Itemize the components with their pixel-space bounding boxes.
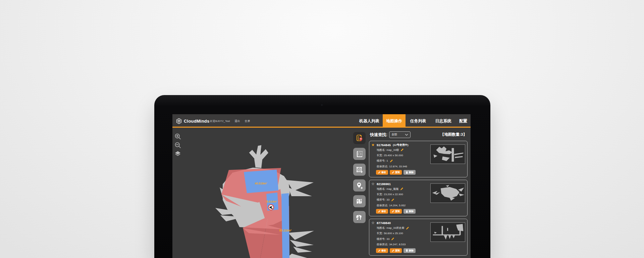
map-thumbnail bbox=[430, 222, 465, 242]
map-size-label: 长宽: bbox=[377, 154, 383, 157]
brand: CloudMinds bbox=[176, 114, 209, 128]
favorite-star-icon[interactable]: ☆ bbox=[371, 221, 375, 225]
delete-map-button[interactable]: 删除 bbox=[404, 170, 416, 175]
floor-label: 楼层号: bbox=[377, 159, 385, 163]
edit-name-pencil-icon[interactable] bbox=[400, 187, 404, 190]
area-label-2: 8.614m² bbox=[266, 200, 277, 203]
edit-name-pencil-icon[interactable] bbox=[406, 226, 409, 230]
logout-link[interactable]: 退出 bbox=[235, 119, 240, 123]
robot-position-marker[interactable] bbox=[268, 205, 274, 210]
map-name-value: map_腿腿 bbox=[386, 187, 398, 191]
map-size-value: 23.200 x 22.900 bbox=[384, 193, 403, 196]
webcam-dot bbox=[321, 104, 323, 106]
map-list-panel: 快速查找: 全部 【地图数量:3】 ★ 51764845 (12号使用中) bbox=[369, 114, 470, 258]
map-card-list: ★ 51764845 (12号使用中) 地图名:map_33楼 长宽:25.40… bbox=[369, 141, 468, 256]
map-thumbnail bbox=[430, 183, 465, 203]
map-name-label: 地图名: bbox=[377, 187, 385, 191]
area-label-3: 80.215m² bbox=[279, 229, 292, 232]
copy-map-button[interactable]: 复制 bbox=[390, 248, 402, 253]
map-id: 51764845 bbox=[377, 143, 391, 147]
map-size-value: 25.400 x 50.000 bbox=[384, 154, 403, 157]
edit-map-button[interactable]: 修改 bbox=[376, 248, 388, 253]
task-list-tool-button[interactable] bbox=[353, 132, 366, 144]
edit-map-button[interactable]: 修改 bbox=[376, 209, 388, 214]
delete-map-tool-button[interactable] bbox=[353, 195, 366, 207]
fullscreen-link[interactable]: 全屏 bbox=[245, 119, 250, 123]
laptop-frame: CloudMinds 欢迎BJDT2_Test 退出 全屏 机器人列表 地图操作… bbox=[154, 95, 490, 258]
filter-dropdown[interactable]: 全部 bbox=[389, 131, 411, 138]
edit-name-pencil-icon[interactable] bbox=[400, 148, 404, 152]
filter-dropdown-value: 全部 bbox=[391, 133, 397, 137]
origin-value: 34.247, 8.533 bbox=[389, 243, 406, 246]
map-card: ★ 51764845 (12号使用中) 地图名:map_33楼 长宽:25.40… bbox=[369, 141, 468, 177]
floor-label: 楼层号: bbox=[377, 237, 385, 241]
add-location-tool-button[interactable] bbox=[353, 179, 366, 191]
map-name-value: map_33层走廊 bbox=[386, 226, 404, 230]
floor-value: 33 bbox=[386, 238, 389, 241]
cloudminds-logo-icon bbox=[176, 118, 182, 124]
map-name-value: map_33楼 bbox=[386, 148, 399, 152]
map-size-label: 长宽: bbox=[377, 231, 383, 235]
in-use-badge: (12号使用中) bbox=[393, 143, 408, 147]
copy-map-button[interactable]: 复制 bbox=[390, 209, 402, 214]
map-frame-tool-button[interactable] bbox=[353, 148, 366, 160]
map-card: ☆ 82186961 地图名:map_腿腿 长宽:23.200 x 22.900… bbox=[369, 180, 468, 216]
edit-floor-pencil-icon[interactable] bbox=[391, 198, 394, 202]
origin-label: 坐标原点: bbox=[377, 204, 388, 207]
edit-floor-pencil-icon[interactable] bbox=[391, 237, 394, 241]
zoom-in-icon[interactable] bbox=[174, 133, 181, 140]
origin-value: 12.874, 33.946 bbox=[389, 165, 407, 168]
map-tool-column bbox=[353, 132, 366, 223]
map-size-label: 长宽: bbox=[377, 192, 383, 196]
add-virtual-wall-tool-button[interactable] bbox=[353, 164, 366, 176]
map-id: 87749840 bbox=[377, 221, 391, 225]
map-thumbnail bbox=[430, 144, 465, 164]
copy-map-button[interactable]: 复制 bbox=[390, 170, 402, 175]
quick-search-label: 快速查找: bbox=[370, 132, 387, 138]
zoom-out-icon[interactable] bbox=[174, 141, 181, 149]
layers-icon[interactable] bbox=[174, 150, 181, 158]
map-count-label: 【地图数量:3】 bbox=[440, 132, 467, 137]
floor-label: 楼层号: bbox=[377, 198, 385, 202]
origin-label: 坐标原点: bbox=[377, 165, 388, 168]
origin-value: 14.204, 5.952 bbox=[389, 204, 406, 207]
favorite-star-icon[interactable]: ☆ bbox=[371, 182, 375, 186]
chevron-down-icon bbox=[405, 133, 408, 136]
upload-map-tool-button[interactable] bbox=[353, 211, 366, 223]
area-label-1: 40.519m² bbox=[255, 182, 267, 185]
delete-map-button[interactable]: 删除 bbox=[404, 248, 416, 253]
map-card: ☆ 87749840 地图名:map_33层走廊 长宽:56.600 x 25.… bbox=[369, 219, 468, 255]
map-id: 82186961 bbox=[377, 182, 391, 186]
floor-value: 1 bbox=[386, 159, 388, 162]
origin-label: 坐标原点: bbox=[377, 243, 388, 246]
welcome-text: 欢迎BJDT2_Test bbox=[210, 119, 230, 123]
map-name-label: 地图名: bbox=[377, 148, 385, 152]
app-screen: CloudMinds 欢迎BJDT2_Test 退出 全屏 机器人列表 地图操作… bbox=[172, 114, 471, 258]
favorite-star-icon[interactable]: ★ bbox=[371, 143, 375, 147]
map-size-value: 56.600 x 25.100 bbox=[384, 232, 403, 235]
brand-name: CloudMinds bbox=[184, 119, 209, 124]
edit-floor-pencil-icon[interactable] bbox=[390, 159, 393, 163]
floor-value: 33 bbox=[386, 198, 389, 201]
page-background: CloudMinds 欢迎BJDT2_Test 退出 全屏 机器人列表 地图操作… bbox=[0, 0, 644, 258]
edit-map-button[interactable]: 修改 bbox=[376, 170, 388, 175]
delete-map-button[interactable]: 删除 bbox=[404, 209, 416, 214]
map-name-label: 地图名: bbox=[377, 226, 385, 230]
